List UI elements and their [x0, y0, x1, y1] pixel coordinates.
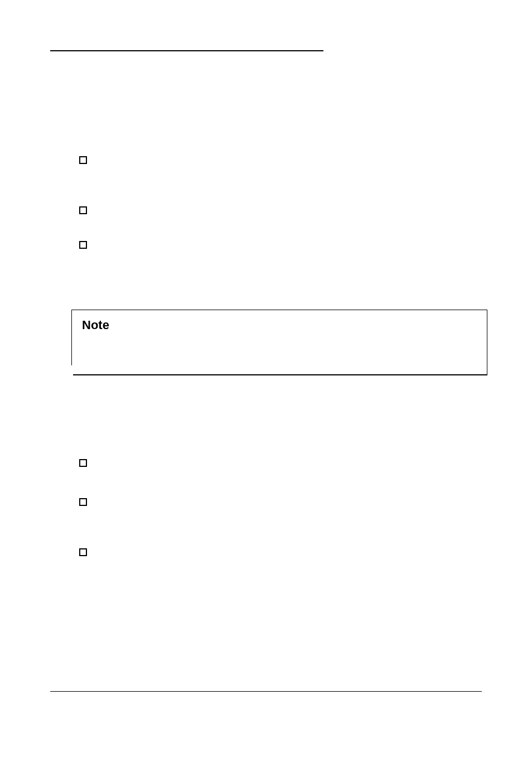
- square-bullet-icon: [79, 498, 87, 506]
- list-item: [79, 205, 482, 216]
- list-item: [79, 155, 482, 166]
- square-bullet-icon: [79, 241, 87, 249]
- note-callout: Note: [71, 310, 487, 375]
- bullet-list-bottom: [50, 458, 482, 558]
- square-bullet-icon: [79, 206, 87, 214]
- list-item: [79, 458, 482, 469]
- list-item: [79, 240, 482, 251]
- note-label: Note: [72, 310, 487, 332]
- list-item: [79, 547, 482, 558]
- square-bullet-icon: [79, 548, 87, 556]
- footer-rule: [50, 691, 482, 692]
- document-page: Note: [0, 0, 532, 767]
- header-rule: [50, 50, 323, 51]
- box-break-decoration: [71, 365, 73, 377]
- square-bullet-icon: [79, 459, 87, 467]
- content-area: Note: [50, 155, 482, 558]
- square-bullet-icon: [79, 156, 87, 164]
- bullet-list-top: [50, 155, 482, 251]
- list-item: [79, 497, 482, 508]
